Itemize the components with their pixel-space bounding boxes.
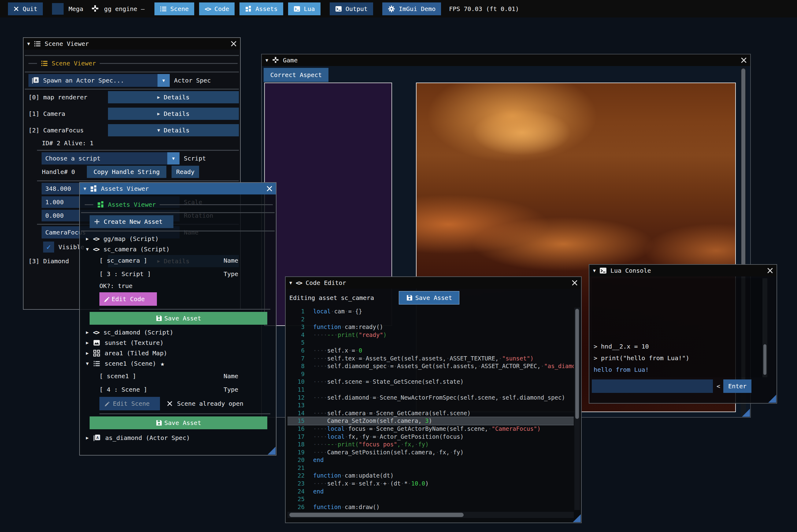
code-line[interactable]: 22function·cam:update(dt) [287, 472, 574, 480]
tree-item-sc-diamond[interactable]: ▶ <> sc_diamond (Script) [86, 327, 173, 338]
collapse-arrow-icon[interactable]: ▼ [265, 57, 268, 63]
console-scrollbar[interactable] [762, 278, 767, 377]
code-line[interactable]: 2 [287, 316, 574, 323]
code-editor-titlebar[interactable]: ▼ <> Code Editor [286, 277, 581, 289]
arrow-right-icon[interactable]: ▶ [86, 340, 89, 345]
lua-console-titlebar[interactable]: ▼ Lua Console [589, 265, 777, 277]
code-line[interactable]: 1local·cam·=·{} [287, 308, 574, 316]
arrow-down-icon[interactable]: ▼ [86, 361, 89, 366]
mega-checkbox[interactable] [52, 3, 63, 15]
resize-grip[interactable] [268, 447, 276, 455]
code-line[interactable]: 13 [287, 401, 574, 410]
copy-handle-button[interactable]: Copy Handle String [87, 166, 166, 178]
ready-button[interactable]: Ready [172, 166, 199, 178]
code-line[interactable]: 19····Camera_SetPosition(self.camera,·fx… [287, 449, 574, 456]
edit-scene-button-disabled[interactable]: Edit Scene [99, 397, 160, 410]
resize-grip[interactable] [742, 409, 750, 417]
close-icon[interactable] [266, 185, 273, 192]
menu-button-output[interactable]: Output [330, 2, 373, 15]
code-line[interactable]: 20end [287, 456, 574, 464]
menu-button-lua[interactable]: Lua [288, 2, 321, 15]
spawn-actor-spec-combo[interactable]: A Spawn an Actor Spec... ▼ [29, 74, 170, 87]
menu-button-label: Output [346, 5, 367, 13]
correct-aspect-button[interactable]: Correct Aspect [264, 68, 328, 82]
arrow-down-icon[interactable]: ▼ [86, 246, 89, 252]
chevron-down-icon[interactable]: ▼ [157, 74, 170, 87]
details-button[interactable]: ▶ Details [108, 91, 239, 103]
arrow-right-icon[interactable]: ▶ [86, 435, 89, 441]
code-line[interactable]: 18····--·print("focus pos",·fx,·fy) [287, 441, 574, 449]
save-asset-button[interactable]: Save Asset [90, 416, 267, 429]
code-vertical-scrollbar[interactable] [574, 308, 580, 510]
resize-grip[interactable] [768, 395, 776, 403]
save-asset-label: Save Asset [164, 315, 201, 322]
quit-button[interactable]: Quit [8, 2, 43, 15]
code-line[interactable]: 4····--·print("ready") [287, 331, 574, 339]
code-line[interactable]: 9 [287, 370, 574, 378]
code-line[interactable]: 21 [287, 464, 574, 472]
close-icon[interactable] [230, 40, 237, 47]
tree-item-gg-map[interactable]: ▶ <> gg/map (Script) [86, 233, 159, 244]
save-asset-button[interactable]: Save Asset [399, 291, 459, 305]
close-icon[interactable] [740, 57, 747, 63]
resize-grip[interactable] [573, 514, 581, 522]
code-line[interactable]: 16····local·focus·=·Scene_GetActorByName… [287, 425, 574, 433]
menu-button-scene[interactable]: Scene [154, 2, 194, 15]
code-line[interactable]: 12····self.diamond·=·Scene_NewActorFromS… [287, 394, 574, 402]
code-horizontal-scrollbar[interactable] [287, 512, 574, 518]
code-horizontal-scrollbar-thumb[interactable] [289, 513, 463, 517]
menu-button-code[interactable]: <> Code [199, 2, 234, 15]
code-editor-text-area[interactable]: 1local·cam·=·{}23function·cam:ready()4··… [287, 308, 574, 510]
collapse-arrow-icon[interactable]: ▼ [83, 186, 86, 191]
code-line[interactable]: 23····self.x·=·self.x·+·(dt·*·10.0) [287, 480, 574, 488]
menu-button-assets[interactable]: Assets [240, 2, 283, 15]
terminal-icon [600, 267, 607, 274]
code-line[interactable]: 7····self.tex·=·Assets_Get(self.assets,·… [287, 355, 574, 363]
code-line[interactable]: 11 [287, 386, 574, 394]
collapse-arrow-icon[interactable]: ▼ [289, 280, 292, 286]
tree-item-area1[interactable]: ▶ area1 (Tiled Map) [86, 348, 167, 358]
save-asset-button[interactable]: Save Asset [90, 312, 267, 325]
code-line[interactable]: 26function·cam:draw() [287, 503, 574, 510]
game-titlebar[interactable]: ▼ Game [262, 54, 750, 66]
visible-checkbox[interactable]: ✓ [43, 242, 54, 252]
tree-item-as-diamond[interactable]: ▶ A as_diamond (Actor Spec) [86, 432, 190, 443]
code-line[interactable]: 25 [287, 495, 574, 503]
arrow-right-icon[interactable]: ▶ [86, 236, 89, 242]
console-scrollbar-thumb[interactable] [763, 344, 766, 375]
code-line[interactable]: 17····local·fx,·fy·=·Actor_GetPosition(f… [287, 433, 574, 441]
details-button[interactable]: ▼ Details [108, 124, 239, 136]
actor-row-label: [0] map renderer [29, 91, 88, 103]
chevron-down-icon[interactable]: ▼ [167, 152, 179, 165]
menu-button-imgui-demo[interactable]: ImGui Demo [382, 2, 441, 15]
close-icon[interactable] [767, 267, 774, 274]
code-line[interactable]: 6····self.x·=·0 [287, 347, 574, 355]
lua-command-input[interactable] [592, 379, 713, 393]
close-icon[interactable] [571, 280, 578, 286]
assets-viewer-titlebar[interactable]: ▼ Assets Viewer [80, 183, 276, 194]
tree-item-sunset[interactable]: ▶ sunset (Texture) [86, 338, 164, 348]
choose-script-combo[interactable]: Choose a script ▼ [42, 152, 179, 165]
tree-item-scene1[interactable]: ▼ scene1 (Scene) ★ [86, 358, 165, 369]
code-line[interactable]: 14····self.camera·=·Scene_GetCamera(self… [287, 410, 574, 417]
code-line[interactable]: 8····self.diamond_spec·=·Assets_Get(self… [287, 362, 574, 370]
code-vertical-scrollbar-thumb[interactable] [575, 309, 579, 419]
save-asset-label: Save Asset [164, 419, 201, 426]
arrow-right-icon[interactable]: ▶ [86, 329, 89, 335]
code-line[interactable]: 15····Camera_SetZoom(self.camera,·3) [287, 417, 574, 425]
details-button[interactable]: ▶ Details [108, 108, 239, 120]
code-line[interactable]: 10····self.scene·=·State_GetScene(self.s… [287, 378, 574, 386]
arrow-right-icon[interactable]: ▶ [86, 350, 89, 356]
tree-item-sc-camera[interactable]: ▼ <> sc_camera (Script) [86, 244, 170, 254]
console-log-area[interactable]: > hnd__2.x = 10 > print("hello from Lua!… [592, 278, 767, 377]
enter-button[interactable]: Enter [723, 379, 752, 393]
edit-code-button[interactable]: Edit Code [99, 292, 157, 306]
code-line[interactable]: 3function·cam:ready() [287, 323, 574, 331]
code-line[interactable]: 24end [287, 488, 574, 496]
favorite-star-icon[interactable]: ★ [160, 360, 165, 367]
collapse-arrow-icon[interactable]: ▼ [27, 41, 30, 46]
code-line[interactable]: 5 [287, 339, 574, 347]
create-new-asset-button[interactable]: Create New Asset [90, 215, 173, 228]
scene-viewer-titlebar[interactable]: ▼ Scene Viewer [23, 38, 240, 50]
collapse-arrow-icon[interactable]: ▼ [593, 268, 596, 273]
